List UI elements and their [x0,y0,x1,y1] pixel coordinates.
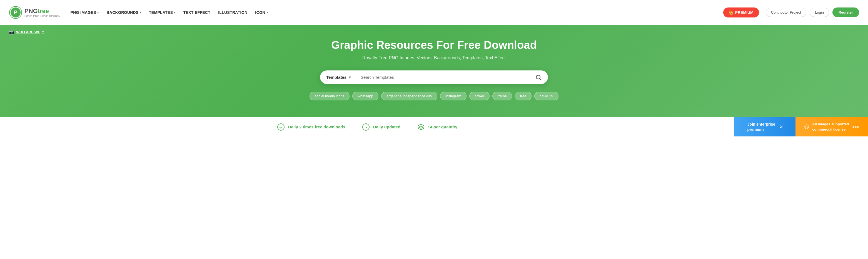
nav-item-text-effect[interactable]: TEXT EFFECT [180,8,214,17]
search-button[interactable] [533,72,544,82]
commercial-text: All images supported commercial license [812,122,849,132]
layers-icon [417,123,425,131]
bottom-bar: Daily 2 times free downloads Daily updat… [0,117,868,137]
copyright-icon: © [804,123,809,131]
logo-icon: P [9,6,22,19]
tag-flower[interactable]: flower [469,92,490,100]
main-nav: PNG IMAGES ▾ BACKGROUNDS ▾ TEMPLATES ▾ T… [67,8,717,17]
nav-item-png-images[interactable]: PNG IMAGES ▾ [67,8,102,17]
search-input[interactable] [356,72,533,83]
logo[interactable]: P PNG tree LOVE PNG LOVE DESIGN [9,6,61,19]
clock-icon [362,123,370,131]
tag-frame[interactable]: frame [492,92,512,100]
register-button[interactable]: Register [832,7,859,17]
camera-icon: 📷 [9,29,14,35]
tag-whatsapp[interactable]: whatsapp [352,92,378,100]
svg-marker-8 [418,124,424,127]
search-bar: Templates ▾ [320,70,548,84]
feature-super-quantity: Super quantity [417,123,457,131]
nav-item-icon[interactable]: ICON ▾ [252,8,271,17]
feature-downloads: Daily 2 times free downloads [277,123,345,131]
logo-png-text: PNG [25,7,38,15]
login-button[interactable]: Login [810,8,829,17]
chevron-down-icon: ▾ [174,11,175,14]
premium-button[interactable]: 👑 PREMIUM [723,7,759,17]
enterprise-banner[interactable]: Join enterprise premium > [734,117,796,137]
chevron-down-icon: ▾ [349,75,351,80]
chevron-down-icon: ▾ [97,11,99,14]
chevron-down-icon: ▾ [140,11,141,14]
chevron-down-icon: ▾ [267,11,268,14]
svg-point-3 [536,75,540,79]
commercial-banner[interactable]: © All images supported commercial licens… [796,117,868,137]
tag-social-media-icons[interactable]: social media icons [310,92,349,100]
hero-title: Graphic Resources For Free Download [9,38,859,51]
hero-section: 📷 WHO ARE WE ? Graphic Resources For Fre… [0,25,868,117]
logo-tree-text: tree [38,7,49,15]
svg-text:P: P [14,10,17,15]
header-right: Contributor Project Login Register [766,7,859,17]
tag-argentina-independence-day[interactable]: argentina independence day [381,92,437,100]
enterprise-arrow-icon: > [780,124,783,130]
search-icon [535,74,542,81]
who-are-we-link[interactable]: 📷 WHO ARE WE ? [9,29,44,35]
commercial-arrow-icon: >>> [852,125,859,129]
tag-covid-19[interactable]: covid 19 [534,92,558,100]
search-tags: social media icons whatsapp argentina in… [295,92,573,100]
nav-item-templates[interactable]: TEMPLATES ▾ [146,8,179,17]
search-category-dropdown[interactable]: Templates ▾ [321,72,356,83]
hero-subtitle: Royalty Free PNG Images, Vectors, Backgr… [9,56,859,61]
features-bar: Daily 2 times free downloads Daily updat… [0,117,734,137]
svg-line-4 [540,78,541,80]
tag-instagram[interactable]: instagram [440,92,466,100]
logo-tagline: LOVE PNG LOVE DESIGN [25,15,61,17]
enterprise-text: Join enterprise premium [747,122,775,132]
feature-daily-updated: Daily updated [362,123,400,131]
contributor-button[interactable]: Contributor Project [766,8,806,17]
download-circle-icon [277,123,285,131]
header: P PNG tree LOVE PNG LOVE DESIGN PNG IMAG… [0,0,868,25]
nav-item-illustration[interactable]: ILLUSTRATION [215,8,251,17]
tag-tree[interactable]: tree [515,92,531,100]
crown-icon: 👑 [729,10,734,15]
nav-item-backgrounds[interactable]: BACKGROUNDS ▾ [103,8,145,17]
